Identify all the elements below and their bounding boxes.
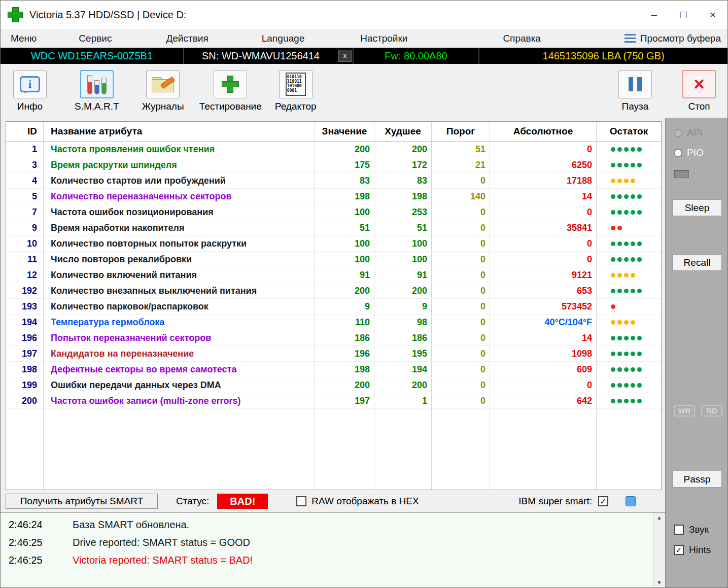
smart-attribute-row[interactable]: 4Количество стартов или пробуждений83830…	[6, 173, 661, 189]
attr-worst: 9	[374, 299, 432, 314]
attr-value: 51	[315, 220, 374, 235]
smart-vials-icon	[87, 74, 107, 94]
header-id: ID	[6, 122, 44, 141]
attr-threshold: 0	[432, 330, 490, 345]
attr-worst: 198	[374, 189, 432, 204]
attr-id: 193	[6, 299, 44, 314]
attr-threshold: 0	[432, 393, 490, 408]
smart-attribute-row[interactable]: 11Число повторов рекалибровки10010000	[6, 252, 661, 267]
empty-cell	[6, 455, 44, 470]
empty-cell	[44, 485, 315, 490]
attr-absolute: 40°C/104°F	[490, 315, 597, 330]
ibm-smart-checkbox[interactable]: ✓	[598, 496, 608, 506]
info-button[interactable]: i Инфо	[13, 70, 47, 112]
smart-attribute-row[interactable]: 198Дефектные секторы во время самотеста1…	[6, 362, 661, 377]
smart-attribute-row[interactable]: 200Частота ошибок записи (multi-zone err…	[6, 393, 661, 409]
empty-row	[6, 409, 661, 424]
smart-attribute-row[interactable]: 192Количество внезапных выключений питан…	[6, 283, 661, 299]
smart-attribute-row[interactable]: 9Время наработки накопителя5151035841	[6, 220, 661, 236]
device-firmware: Fw: 80.00A80	[353, 48, 478, 64]
attr-id: 12	[6, 267, 44, 283]
attr-worst: 98	[374, 315, 432, 330]
menu-item-3[interactable]: Действия	[166, 33, 208, 44]
smart-attribute-row[interactable]: 12Количество включений питания919109121	[6, 267, 661, 283]
attr-id: 4	[6, 173, 44, 188]
attr-name: Частота ошибок записи (multi-zone errors…	[44, 393, 315, 408]
attr-absolute: 653	[490, 283, 597, 298]
empty-cell	[315, 439, 374, 455]
recall-button[interactable]: Recall	[672, 254, 722, 271]
attr-threshold: 0	[432, 204, 490, 220]
get-smart-attributes-button[interactable]: Получить атрибуты SMART	[6, 494, 158, 509]
sound-checkbox[interactable]	[674, 525, 684, 535]
raw-hex-checkbox[interactable]	[296, 496, 306, 506]
attr-id: 5	[6, 189, 44, 204]
attr-threshold: 51	[432, 142, 490, 157]
buffer-view-button[interactable]: Просмотр буфера	[625, 33, 721, 44]
smart-attribute-row[interactable]: 199Ошибки передачи данных через DMA20020…	[6, 377, 661, 393]
empty-cell	[6, 439, 44, 455]
empty-cell	[44, 424, 315, 439]
smart-attribute-row[interactable]: 7Частота ошибок позиционирования10025300	[6, 204, 661, 220]
sleep-button[interactable]: Sleep	[672, 199, 722, 216]
smart-attribute-row[interactable]: 194Температура гермоблока11098040°C/104°…	[6, 315, 661, 330]
attr-worst: 194	[374, 362, 432, 377]
log-entry: 2:46:24База SMART обновлена.	[1, 516, 665, 534]
api-radio[interactable]: API	[674, 127, 703, 139]
smart-attribute-row[interactable]: 10Количество повторных попыток раскрутки…	[6, 236, 661, 252]
smart-attribute-row[interactable]: 196Попыток переназначений секторов186186…	[6, 330, 661, 346]
device-close-button[interactable]: x	[338, 50, 352, 62]
attr-worst: 200	[374, 142, 432, 157]
attr-worst: 200	[374, 377, 432, 393]
menu-item-4[interactable]: Language	[262, 33, 305, 44]
log-message: Drive reported: SMART status = GOOD	[73, 537, 250, 548]
empty-cell	[44, 409, 315, 424]
stop-button[interactable]: × Стоп	[682, 70, 716, 112]
editor-button[interactable]: 010110 110011 101000 0001 Редактор	[275, 70, 317, 112]
sound-toggle[interactable]: Звук	[674, 524, 709, 535]
wr-button[interactable]: WR	[674, 405, 695, 417]
menu-item-5[interactable]: Настройки	[360, 33, 407, 44]
maximize-button[interactable]: □	[669, 1, 698, 29]
testing-button[interactable]: Тестирование	[199, 70, 262, 112]
color-swatch-button[interactable]	[626, 496, 636, 506]
log-message: Victoria reported: SMART status = BAD!	[73, 555, 253, 566]
attr-absolute: 6250	[490, 157, 597, 172]
smart-attribute-row[interactable]: 193Количество парковок/распарковок990573…	[6, 299, 661, 315]
pio-radio[interactable]: PIO	[674, 147, 704, 158]
scroll-down-icon[interactable]: ▼	[656, 580, 662, 585]
log-scrollbar[interactable]: ▲ ▼	[653, 513, 665, 587]
attr-value: 198	[315, 362, 374, 377]
ibm-smart-label: IBM super smart:	[518, 496, 592, 507]
journals-button[interactable]: Журналы	[142, 70, 184, 112]
minimize-button[interactable]: –	[639, 1, 669, 29]
hints-toggle[interactable]: ✓ Hints	[674, 544, 711, 556]
smart-attribute-row[interactable]: 5Количество переназначенных секторов1981…	[6, 189, 661, 204]
device-info-bar: WDC WD15EARS-00Z5B1 SN: WD-WMAVU1256414 …	[1, 48, 727, 64]
pio-label: PIO	[687, 147, 704, 158]
attr-health-dots	[597, 330, 661, 345]
smart-attribute-row[interactable]: 1Частота проявления ошибок чтения2002005…	[6, 142, 661, 157]
pio-radio-circle	[674, 149, 682, 157]
smart-attribute-row[interactable]: 3Время раскрутки шпинделя175172216250	[6, 157, 661, 173]
attr-value: 100	[315, 204, 374, 220]
smart-label: S.M.A.R.T	[75, 101, 119, 112]
buffer-list-icon	[625, 34, 636, 43]
smart-attribute-row[interactable]: 197Кандидатов на переназначение196195010…	[6, 346, 661, 362]
hints-checkbox[interactable]: ✓	[674, 545, 684, 555]
testing-plus-icon	[221, 75, 239, 93]
scroll-up-icon[interactable]: ▲	[656, 515, 662, 521]
smart-status-badge: BAD!	[217, 494, 268, 509]
smart-button[interactable]: S.M.A.R.T	[75, 70, 119, 112]
pause-button[interactable]: Пауза	[618, 70, 652, 112]
menu-item-1[interactable]: Меню	[11, 33, 37, 44]
menu-item-6[interactable]: Справка	[503, 33, 541, 44]
passp-button[interactable]: Passp	[672, 471, 722, 488]
attr-name: Частота ошибок позиционирования	[44, 204, 315, 220]
empty-cell	[490, 409, 597, 424]
menu-item-2[interactable]: Сервис	[79, 33, 112, 44]
close-button[interactable]: ×	[698, 1, 727, 29]
rd-button[interactable]: RD	[701, 405, 722, 417]
empty-cell	[490, 424, 597, 439]
attr-id: 194	[6, 315, 44, 330]
